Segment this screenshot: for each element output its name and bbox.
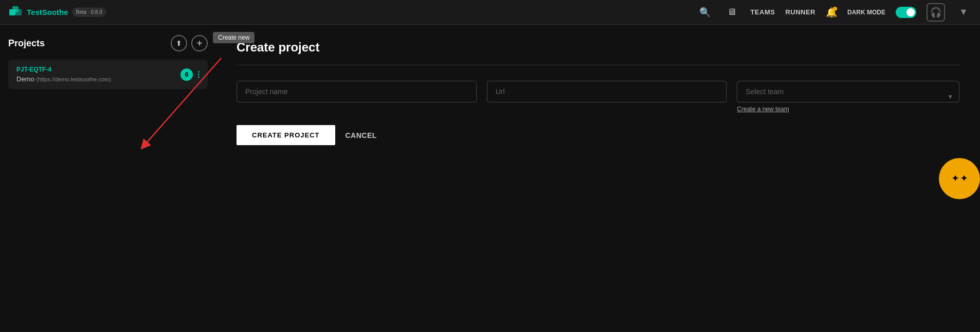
team-select-wrapper: Select team ▼ Create a new team — [737, 81, 959, 113]
search-button[interactable]: 🔍 — [697, 4, 713, 21]
page-title: Create project — [237, 40, 959, 55]
user-menu-button[interactable]: ▼ — [955, 4, 972, 21]
notification-button[interactable]: 🔔 — [826, 7, 837, 18]
content-area: Create project Select team ▼ Create a ne… — [216, 25, 980, 332]
project-card-right: 6 — [180, 68, 199, 81]
create-team-link[interactable]: Create a new team — [737, 106, 959, 113]
dark-mode-toggle[interactable] — [896, 7, 916, 18]
sidebar: Projects ⬆ + Create new — [0, 25, 216, 332]
form-actions: CREATE PROJECT CANCEL — [237, 125, 959, 145]
notification-dot — [833, 7, 837, 11]
dot-3 — [198, 76, 199, 78]
cancel-button[interactable]: CANCEL — [346, 131, 377, 139]
project-name: Demo (https://demo.testsoothe.com) — [16, 75, 111, 83]
project-more-button[interactable] — [198, 71, 199, 78]
teams-button[interactable]: TEAMS — [750, 8, 775, 16]
project-id: PJT-EQTF-4 — [16, 66, 111, 73]
dot-1 — [198, 71, 199, 73]
brand-logo — [8, 5, 23, 20]
avatar-button[interactable]: 🎧 — [927, 3, 945, 22]
upload-button[interactable]: ⬆ — [171, 35, 187, 51]
add-project-button[interactable]: + — [191, 35, 208, 51]
monitor-button[interactable]: 🖥 — [723, 4, 740, 21]
brand: TestSoothe Beta · 0.8.0 — [8, 5, 106, 20]
plus-icon: + — [196, 38, 203, 49]
project-url: (https://demo.testsoothe.com) — [36, 76, 111, 82]
monitor-icon: 🖥 — [727, 7, 736, 18]
navbar-actions: 🔍 🖥 TEAMS RUNNER 🔔 DARK MODE 🎧 ▼ — [697, 3, 972, 22]
dot-2 — [198, 74, 199, 75]
chevron-down-icon: ▼ — [959, 7, 968, 18]
headphones-icon: 🎧 — [930, 7, 941, 18]
sparkle-icon: ✦ ✦ — [952, 173, 967, 183]
team-select[interactable]: Select team — [737, 81, 959, 102]
sidebar-header: Projects ⬆ + Create new — [8, 35, 208, 51]
runner-button[interactable]: RUNNER — [785, 8, 815, 16]
project-card[interactable]: PJT-EQTF-4 Demo (https://demo.testsoothe… — [8, 60, 208, 89]
dark-mode-label: DARK MODE — [847, 9, 885, 16]
sidebar-title: Projects — [8, 38, 45, 49]
create-new-wrapper: + Create new — [191, 35, 208, 51]
search-icon: 🔍 — [699, 7, 711, 18]
svg-rect-2 — [12, 6, 19, 12]
url-input[interactable] — [487, 81, 727, 102]
brand-name: TestSoothe — [27, 8, 68, 16]
upload-icon: ⬆ — [176, 39, 182, 47]
navbar: TestSoothe Beta · 0.8.0 🔍 🖥 TEAMS RUNNER… — [0, 0, 980, 25]
main-layout: Projects ⬆ + Create new — [0, 25, 980, 332]
beta-badge: Beta · 0.8.0 — [72, 8, 106, 16]
project-info: PJT-EQTF-4 Demo (https://demo.testsoothe… — [16, 66, 111, 83]
section-divider — [237, 65, 959, 65]
yellow-widget[interactable]: ✦ ✦ — [939, 158, 980, 199]
project-name-input[interactable] — [237, 81, 477, 102]
form-row: Select team ▼ Create a new team — [237, 81, 959, 113]
test-count-badge: 6 — [180, 68, 193, 81]
sidebar-actions: ⬆ + Create new — [171, 35, 208, 51]
create-new-tooltip: Create new — [213, 32, 255, 43]
create-project-button[interactable]: CREATE PROJECT — [237, 125, 335, 145]
